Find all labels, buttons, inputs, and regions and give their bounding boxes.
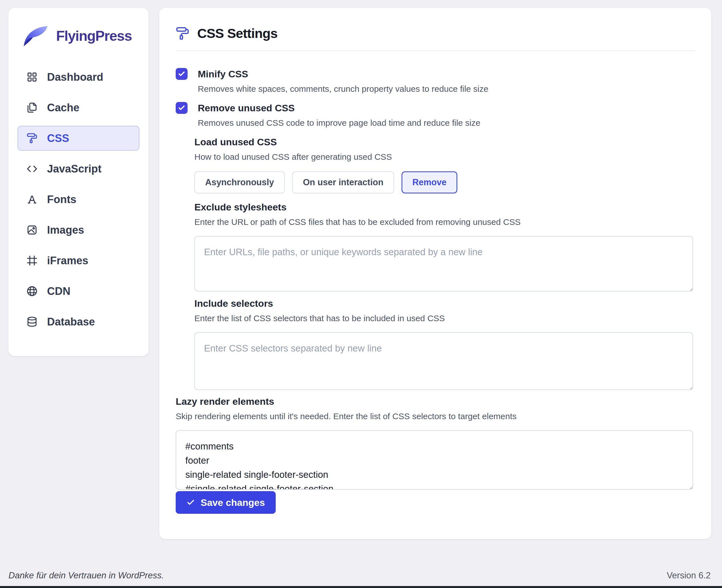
checkmark-icon <box>186 498 195 507</box>
sidebar-item-database[interactable]: Database <box>18 309 139 334</box>
brand-name: FlyingPress <box>56 28 132 44</box>
bottom-admin-bar <box>0 586 722 588</box>
sidebar-item-label: Cache <box>47 102 79 114</box>
settings-panel: CSS Settings Minify CSS Removes white sp… <box>159 8 711 539</box>
sidebar-item-fonts[interactable]: Fonts <box>18 187 139 212</box>
setting-include-selectors: Include selectors Enter the list of CSS … <box>194 297 693 390</box>
include-selectors-textarea[interactable] <box>194 332 693 390</box>
minify-css-description: Removes white spaces, comments, crunch p… <box>198 84 488 94</box>
sidebar-item-javascript[interactable]: JavaScript <box>18 156 139 181</box>
load-unused-css-options: Asynchronously On user interaction Remov… <box>194 171 457 193</box>
lazy-render-label: Lazy render elements <box>176 395 693 407</box>
include-selectors-description: Enter the list of CSS selectors that has… <box>194 313 693 324</box>
sidebar-item-dashboard[interactable]: Dashboard <box>18 65 139 89</box>
flyingpress-logo-icon <box>22 24 49 48</box>
include-selectors-label: Include selectors <box>194 297 693 309</box>
remove-unused-css-label: Remove unused CSS <box>198 102 480 114</box>
load-unused-css-label: Load unused CSS <box>194 136 457 148</box>
option-remove[interactable]: Remove <box>401 171 457 193</box>
sidebar-item-label: iFrames <box>47 255 88 267</box>
setting-load-unused-css: Load unused CSS How to load unused CSS a… <box>194 136 457 193</box>
sidebar-item-label: Images <box>47 224 84 236</box>
exclude-stylesheets-description: Enter the URL or path of CSS files that … <box>194 217 693 227</box>
option-asynchronously[interactable]: Asynchronously <box>194 171 285 193</box>
setting-remove-unused-css: Remove unused CSS Removes unused CSS cod… <box>176 102 480 128</box>
lazy-render-description: Skip rendering elements until it's neede… <box>176 411 693 422</box>
sidebar-item-label: JavaScript <box>47 163 101 175</box>
checkmark-icon <box>178 104 185 111</box>
load-unused-css-description: How to load unused CSS after generating … <box>194 151 457 162</box>
minify-css-label: Minify CSS <box>198 68 488 80</box>
page-header: CSS Settings <box>176 25 277 41</box>
sidebar-nav: Dashboard Cache CSS <box>8 65 148 334</box>
option-on-user-interaction[interactable]: On user interaction <box>292 171 394 193</box>
paint-roller-icon <box>27 133 37 144</box>
page-title: CSS Settings <box>197 25 277 41</box>
sidebar: FlyingPress Dashboard Cache <box>8 8 148 356</box>
sidebar-item-images[interactable]: Images <box>18 217 139 243</box>
setting-minify-css: Minify CSS Removes white spaces, comment… <box>176 68 488 94</box>
checkmark-icon <box>178 70 185 78</box>
sidebar-item-label: Fonts <box>47 193 76 206</box>
save-section: Save changes <box>176 491 276 514</box>
sidebar-item-label: Database <box>47 316 95 328</box>
sidebar-item-label: Dashboard <box>47 71 103 83</box>
sidebar-item-cache[interactable]: Cache <box>18 95 139 120</box>
setting-lazy-render-elements: Lazy render elements Skip rendering elem… <box>176 395 693 490</box>
sidebar-item-iframes[interactable]: iFrames <box>18 248 139 273</box>
image-icon <box>27 225 37 235</box>
sidebar-item-css[interactable]: CSS <box>18 126 139 151</box>
frame-icon <box>27 255 37 266</box>
header-divider <box>176 50 695 51</box>
minify-css-checkbox[interactable] <box>176 68 188 80</box>
brand-logo: FlyingPress <box>22 24 148 48</box>
letter-a-icon <box>27 194 37 205</box>
lazy-render-textarea[interactable]: #comments footer single-related single-f… <box>176 430 693 490</box>
setting-exclude-stylesheets: Exclude stylesheets Enter the URL or pat… <box>194 201 693 291</box>
cache-files-icon <box>27 102 37 113</box>
exclude-stylesheets-label: Exclude stylesheets <box>194 201 693 213</box>
save-changes-button[interactable]: Save changes <box>176 491 276 514</box>
dashboard-grid-icon <box>27 72 37 82</box>
save-changes-label: Save changes <box>201 497 265 508</box>
paint-roller-icon <box>176 27 189 40</box>
exclude-stylesheets-textarea[interactable] <box>194 236 693 291</box>
database-icon <box>27 316 37 327</box>
sidebar-item-cdn[interactable]: CDN <box>18 279 139 303</box>
remove-unused-css-checkbox[interactable] <box>176 102 188 114</box>
remove-unused-css-description: Removes unused CSS code to improve page … <box>198 118 480 128</box>
footer-thanks-text: Danke für dein Vertrauen in WordPress. <box>8 570 164 581</box>
globe-icon <box>27 286 37 297</box>
footer-version-text: Version 6.2 <box>667 570 711 581</box>
sidebar-item-label: CDN <box>47 285 70 297</box>
code-icon <box>27 164 37 174</box>
sidebar-item-label: CSS <box>47 132 69 144</box>
